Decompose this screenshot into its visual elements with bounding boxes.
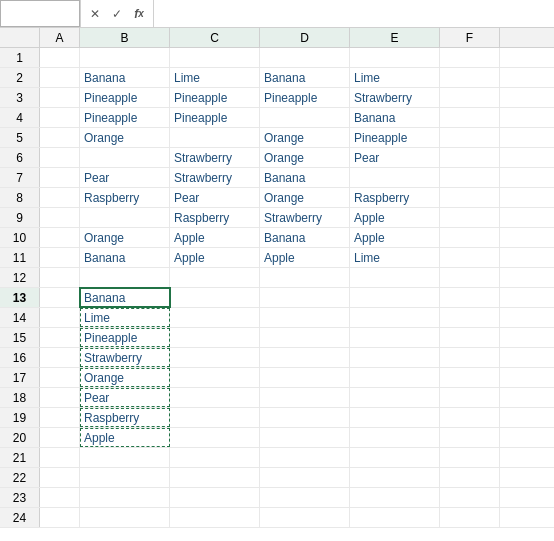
- cell-D12[interactable]: [260, 268, 350, 287]
- cell-C10[interactable]: Apple: [170, 228, 260, 247]
- cell-C8[interactable]: Pear: [170, 188, 260, 207]
- row-header-8[interactable]: 8: [0, 188, 40, 207]
- cell-F10[interactable]: [440, 228, 500, 247]
- row-header-1[interactable]: 1: [0, 48, 40, 67]
- cell-D2[interactable]: Banana: [260, 68, 350, 87]
- cell-B12[interactable]: [80, 268, 170, 287]
- cell-F17[interactable]: [440, 368, 500, 387]
- insert-function-icon[interactable]: fx: [129, 4, 149, 24]
- cell-E24[interactable]: [350, 508, 440, 527]
- row-header-4[interactable]: 4: [0, 108, 40, 127]
- row-header-17[interactable]: 17: [0, 368, 40, 387]
- cell-D23[interactable]: [260, 488, 350, 507]
- cell-F1[interactable]: [440, 48, 500, 67]
- cell-A8[interactable]: [40, 188, 80, 207]
- cell-B16[interactable]: Strawberry: [80, 348, 170, 367]
- cell-B17[interactable]: Orange: [80, 368, 170, 387]
- cell-B4[interactable]: Pineapple: [80, 108, 170, 127]
- row-header-10[interactable]: 10: [0, 228, 40, 247]
- row-header-13[interactable]: 13: [0, 288, 40, 307]
- cell-C18[interactable]: [170, 388, 260, 407]
- cell-C3[interactable]: Pineapple: [170, 88, 260, 107]
- cell-E18[interactable]: [350, 388, 440, 407]
- cell-D21[interactable]: [260, 448, 350, 467]
- cell-B18[interactable]: Pear: [80, 388, 170, 407]
- col-header-D[interactable]: D: [260, 28, 350, 47]
- cell-F6[interactable]: [440, 148, 500, 167]
- cell-A20[interactable]: [40, 428, 80, 447]
- name-box[interactable]: [0, 0, 80, 27]
- cell-D1[interactable]: [260, 48, 350, 67]
- cell-C11[interactable]: Apple: [170, 248, 260, 267]
- row-header-18[interactable]: 18: [0, 388, 40, 407]
- cell-D5[interactable]: Orange: [260, 128, 350, 147]
- cell-C14[interactable]: [170, 308, 260, 327]
- row-header-16[interactable]: 16: [0, 348, 40, 367]
- cell-B2[interactable]: Banana: [80, 68, 170, 87]
- cell-F8[interactable]: [440, 188, 500, 207]
- cell-F19[interactable]: [440, 408, 500, 427]
- cancel-icon[interactable]: ✕: [85, 4, 105, 24]
- cell-A2[interactable]: [40, 68, 80, 87]
- cell-F5[interactable]: [440, 128, 500, 147]
- cell-A19[interactable]: [40, 408, 80, 427]
- cell-F20[interactable]: [440, 428, 500, 447]
- cell-D9[interactable]: Strawberry: [260, 208, 350, 227]
- cell-E3[interactable]: Strawberry: [350, 88, 440, 107]
- cell-F11[interactable]: [440, 248, 500, 267]
- cell-B13[interactable]: Banana: [80, 288, 170, 307]
- cell-A17[interactable]: [40, 368, 80, 387]
- cell-E8[interactable]: Raspberry: [350, 188, 440, 207]
- cell-C5[interactable]: [170, 128, 260, 147]
- cell-F13[interactable]: [440, 288, 500, 307]
- cell-D6[interactable]: Orange: [260, 148, 350, 167]
- cell-F22[interactable]: [440, 468, 500, 487]
- row-header-20[interactable]: 20: [0, 428, 40, 447]
- cell-C15[interactable]: [170, 328, 260, 347]
- cell-B14[interactable]: Lime: [80, 308, 170, 327]
- cell-F9[interactable]: [440, 208, 500, 227]
- col-header-C[interactable]: C: [170, 28, 260, 47]
- cell-C13[interactable]: [170, 288, 260, 307]
- cell-D14[interactable]: [260, 308, 350, 327]
- cell-A9[interactable]: [40, 208, 80, 227]
- cell-E14[interactable]: [350, 308, 440, 327]
- row-header-22[interactable]: 22: [0, 468, 40, 487]
- cell-B9[interactable]: [80, 208, 170, 227]
- cell-E23[interactable]: [350, 488, 440, 507]
- cell-A14[interactable]: [40, 308, 80, 327]
- cell-B19[interactable]: Raspberry: [80, 408, 170, 427]
- cell-D16[interactable]: [260, 348, 350, 367]
- cell-A7[interactable]: [40, 168, 80, 187]
- row-header-24[interactable]: 24: [0, 508, 40, 527]
- cell-B6[interactable]: [80, 148, 170, 167]
- cell-B8[interactable]: Raspberry: [80, 188, 170, 207]
- cell-A15[interactable]: [40, 328, 80, 347]
- cell-C24[interactable]: [170, 508, 260, 527]
- cell-E13[interactable]: [350, 288, 440, 307]
- row-header-11[interactable]: 11: [0, 248, 40, 267]
- cell-E6[interactable]: Pear: [350, 148, 440, 167]
- cell-C20[interactable]: [170, 428, 260, 447]
- cell-C2[interactable]: Lime: [170, 68, 260, 87]
- cell-C6[interactable]: Strawberry: [170, 148, 260, 167]
- cell-C1[interactable]: [170, 48, 260, 67]
- cell-F2[interactable]: [440, 68, 500, 87]
- row-header-15[interactable]: 15: [0, 328, 40, 347]
- cell-A6[interactable]: [40, 148, 80, 167]
- cell-B1[interactable]: [80, 48, 170, 67]
- cell-A22[interactable]: [40, 468, 80, 487]
- cell-B21[interactable]: [80, 448, 170, 467]
- cell-D3[interactable]: Pineapple: [260, 88, 350, 107]
- cell-A3[interactable]: [40, 88, 80, 107]
- cell-B10[interactable]: Orange: [80, 228, 170, 247]
- cell-D18[interactable]: [260, 388, 350, 407]
- cell-D10[interactable]: Banana: [260, 228, 350, 247]
- cell-D22[interactable]: [260, 468, 350, 487]
- cell-E4[interactable]: Banana: [350, 108, 440, 127]
- cell-F3[interactable]: [440, 88, 500, 107]
- row-header-21[interactable]: 21: [0, 448, 40, 467]
- cell-A11[interactable]: [40, 248, 80, 267]
- cell-E9[interactable]: Apple: [350, 208, 440, 227]
- cell-F14[interactable]: [440, 308, 500, 327]
